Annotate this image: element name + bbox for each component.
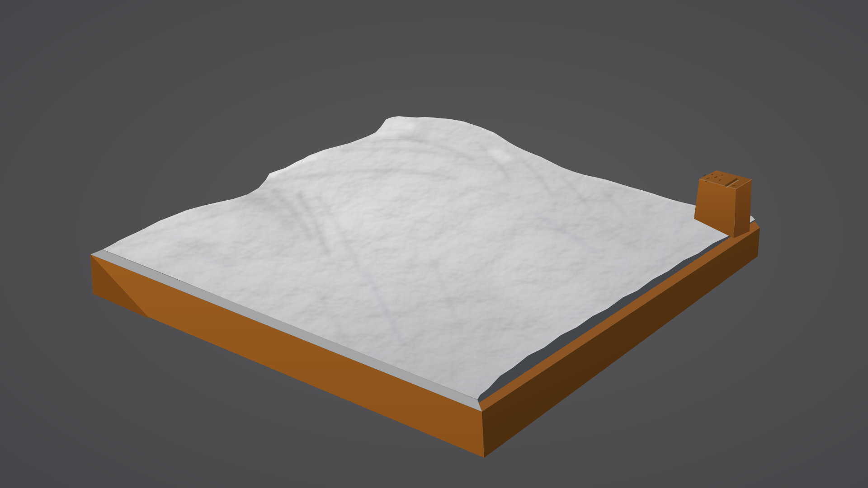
viewport-3d[interactable] <box>0 0 868 488</box>
render-stage <box>0 0 868 488</box>
